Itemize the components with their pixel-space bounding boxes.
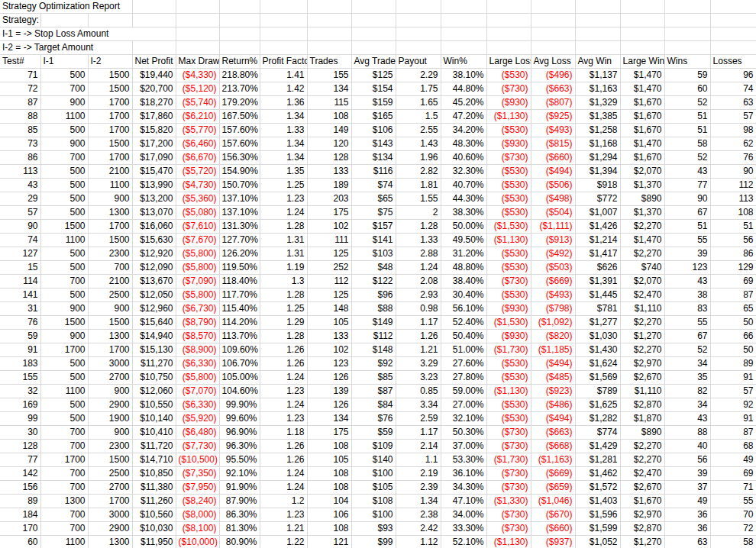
cell[interactable]: 1.29 <box>260 316 307 330</box>
cell[interactable]: 123 <box>664 261 710 275</box>
cell[interactable]: ($660) <box>531 151 575 165</box>
cell[interactable]: 1.1 <box>396 453 441 467</box>
cell[interactable]: 700 <box>40 481 88 495</box>
cell[interactable]: $1,403 <box>575 495 620 508</box>
cell[interactable]: $116 <box>351 165 396 179</box>
cell[interactable]: 52.40% <box>441 316 486 330</box>
cell[interactable]: ($730) <box>486 426 531 440</box>
cell[interactable]: 1300 <box>40 495 88 508</box>
cell[interactable]: 3.23 <box>396 371 441 385</box>
cell[interactable]: 43 <box>664 412 710 426</box>
cell[interactable]: 700 <box>40 275 88 289</box>
empty-cell[interactable] <box>575 14 620 27</box>
cell[interactable]: 700 <box>88 261 132 275</box>
cell[interactable]: 38.30% <box>441 206 486 220</box>
cell[interactable]: 49.50% <box>441 234 486 247</box>
strategy-label[interactable]: Strategy: <box>0 14 40 27</box>
column-header[interactable]: Test# <box>0 55 40 69</box>
cell[interactable]: 45.20% <box>441 96 486 110</box>
cell[interactable]: $1,470 <box>620 82 664 96</box>
cell[interactable]: 700 <box>40 467 88 481</box>
cell[interactable]: $149 <box>351 316 396 330</box>
cell[interactable]: 154.90% <box>219 165 260 179</box>
empty-cell[interactable] <box>307 27 351 41</box>
cell[interactable]: 900 <box>40 330 88 343</box>
cell[interactable]: $20,700 <box>132 82 176 96</box>
cell[interactable]: 157.60% <box>219 137 260 151</box>
cell[interactable]: $19,440 <box>132 69 176 82</box>
cell[interactable]: $159 <box>351 96 396 110</box>
empty-cell[interactable] <box>441 41 486 55</box>
cell[interactable]: 105 <box>307 316 351 330</box>
cell[interactable]: $15,130 <box>132 343 176 357</box>
cell[interactable]: 30.40% <box>441 289 486 302</box>
cell[interactable]: 57 <box>710 110 756 124</box>
cell[interactable]: $1,596 <box>575 508 620 522</box>
cell[interactable]: 900 <box>40 96 88 110</box>
cell[interactable]: 112 <box>710 179 756 192</box>
cell[interactable]: $13,990 <box>132 179 176 192</box>
cell[interactable]: 87 <box>710 289 756 302</box>
cell[interactable]: $1,370 <box>620 206 664 220</box>
cell[interactable]: ($6,330) <box>176 357 219 371</box>
cell[interactable]: 500 <box>40 412 88 426</box>
cell[interactable]: $17,090 <box>132 151 176 165</box>
cell[interactable]: 2.08 <box>396 275 441 289</box>
cell[interactable]: 1.22 <box>260 536 307 548</box>
cell[interactable]: 500 <box>40 124 88 137</box>
cell[interactable]: $10,550 <box>132 398 176 412</box>
cell[interactable]: $1,391 <box>575 275 620 289</box>
cell[interactable]: $15,630 <box>132 234 176 247</box>
column-header[interactable]: Wins <box>664 55 710 69</box>
cell[interactable]: $1,670 <box>620 110 664 124</box>
cell[interactable]: 183 <box>0 357 40 371</box>
cell[interactable]: 52 <box>664 96 710 110</box>
cell[interactable]: ($7,730) <box>176 440 219 453</box>
cell[interactable]: 500 <box>40 247 88 261</box>
cell[interactable]: 175 <box>307 426 351 440</box>
cell[interactable]: $1,052 <box>575 536 620 548</box>
cell[interactable]: $1,870 <box>620 412 664 426</box>
cell[interactable]: ($530) <box>486 357 531 371</box>
cell[interactable]: 86 <box>710 247 756 261</box>
cell[interactable]: ($8,240) <box>176 495 219 508</box>
cell[interactable]: 92.10% <box>219 467 260 481</box>
cell[interactable]: 108 <box>307 481 351 495</box>
cell[interactable]: $1,110 <box>620 385 664 398</box>
cell[interactable]: 1.5 <box>396 110 441 124</box>
cell[interactable]: $10,750 <box>132 371 176 385</box>
cell[interactable]: 50 <box>710 343 756 357</box>
cell[interactable]: ($730) <box>486 275 531 289</box>
cell[interactable]: 500 <box>40 357 88 371</box>
cell[interactable]: ($530) <box>486 179 531 192</box>
empty-cell[interactable] <box>132 0 176 14</box>
cell[interactable]: 2.55 <box>396 124 441 137</box>
cell[interactable]: 126.20% <box>219 247 260 261</box>
cell[interactable]: 83 <box>664 302 710 316</box>
cell[interactable]: 167.50% <box>219 110 260 124</box>
cell[interactable]: 1.26 <box>260 357 307 371</box>
cell[interactable]: 900 <box>40 137 88 151</box>
cell[interactable]: 128 <box>307 151 351 165</box>
cell[interactable]: $2,470 <box>620 289 664 302</box>
cell[interactable]: 114.20% <box>219 316 260 330</box>
cell[interactable]: 1.96 <box>396 151 441 165</box>
cell[interactable]: 1.28 <box>260 330 307 343</box>
cell[interactable]: 108 <box>307 440 351 453</box>
cell[interactable]: 52 <box>664 151 710 165</box>
cell[interactable]: 91 <box>0 343 40 357</box>
cell[interactable]: $890 <box>620 192 664 206</box>
cell[interactable]: $88 <box>351 302 396 316</box>
empty-cell[interactable] <box>486 41 531 55</box>
cell[interactable]: 34.20% <box>441 124 486 137</box>
cell[interactable]: ($1,730) <box>486 343 531 357</box>
cell[interactable]: $1,282 <box>575 412 620 426</box>
cell[interactable]: 106 <box>307 508 351 522</box>
cell[interactable]: 73 <box>0 137 40 151</box>
cell[interactable]: 1700 <box>88 96 132 110</box>
cell[interactable]: $1,670 <box>620 96 664 110</box>
cell[interactable]: $2,070 <box>620 165 664 179</box>
cell[interactable]: ($7,670) <box>176 234 219 247</box>
cell[interactable]: 1.55 <box>396 192 441 206</box>
cell[interactable]: ($530) <box>486 398 531 412</box>
